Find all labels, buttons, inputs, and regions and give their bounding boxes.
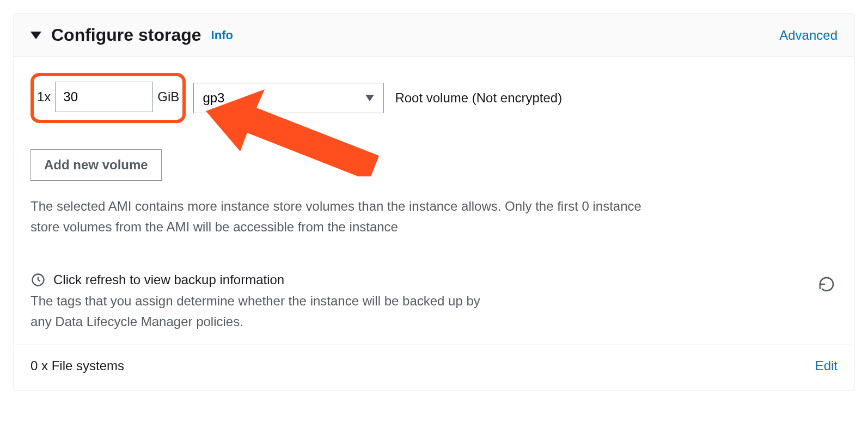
collapse-caret-icon[interactable]: [30, 32, 41, 39]
panel-header: Configure storage Info Advanced: [14, 14, 854, 57]
ami-note-text: The selected AMI contains more instance …: [30, 196, 673, 254]
refresh-icon: [818, 275, 835, 293]
panel-body: 1x GiB gp3 Root volume (Not encrypted) A…: [14, 57, 854, 260]
size-highlight-annotation: 1x GiB: [30, 73, 186, 123]
file-systems-section: 0 x File systems Edit: [14, 345, 854, 390]
unit-label: GiB: [157, 89, 179, 105]
panel-title: Configure storage: [51, 25, 201, 45]
quantity-label: 1x: [37, 89, 51, 105]
advanced-link[interactable]: Advanced: [779, 28, 838, 43]
backup-title: Click refresh to view backup information: [53, 272, 284, 287]
file-systems-label: 0 x File systems: [30, 358, 815, 373]
volume-type-select-wrap: gp3: [193, 83, 384, 113]
refresh-button[interactable]: [816, 273, 838, 295]
backup-section: Click refresh to view backup information…: [14, 260, 854, 345]
info-link[interactable]: Info: [211, 28, 233, 42]
clock-icon: [30, 272, 46, 287]
volume-type-select[interactable]: gp3: [193, 83, 384, 113]
backup-description: The tags that you assign determine wheth…: [30, 291, 499, 333]
volume-description: Root volume (Not encrypted): [395, 90, 562, 106]
root-volume-row: 1x GiB gp3 Root volume (Not encrypted): [30, 73, 838, 123]
volume-size-input[interactable]: [55, 82, 153, 112]
add-new-volume-button[interactable]: Add new volume: [30, 149, 162, 181]
edit-file-systems-link[interactable]: Edit: [815, 358, 838, 373]
configure-storage-panel: Configure storage Info Advanced 1x GiB g…: [14, 14, 854, 390]
